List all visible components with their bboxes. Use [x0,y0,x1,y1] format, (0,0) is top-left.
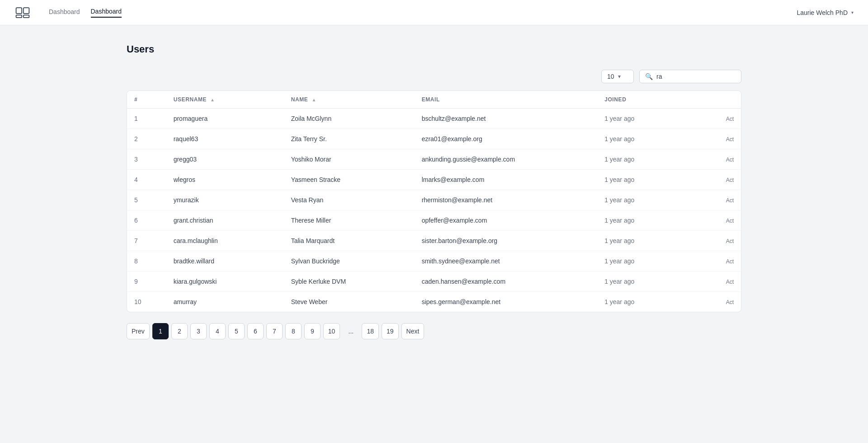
cell-joined: 1 year ago [597,170,689,190]
cell-username: grant.christian [166,210,284,231]
per-page-value: 10 [607,73,614,80]
table-row: 7 cara.mclaughlin Talia Marquardt sister… [127,231,741,251]
col-header-email: EMAIL [415,91,598,109]
cell-username: raquel63 [166,129,284,149]
header: Dashboard Dashboard Laurie Welch PhD ▾ [0,0,868,25]
cell-username: ymurazik [166,190,284,210]
cell-num: 10 [127,292,166,312]
table-row: 3 gregg03 Yoshiko Morar ankunding.gussie… [127,149,741,170]
cell-num: 2 [127,129,166,149]
cell-name: Talia Marquardt [284,231,415,251]
nav-dashboard-active[interactable]: Dashboard [91,8,122,18]
page-button-10[interactable]: 10 [323,323,340,339]
cell-username: cara.mclaughlin [166,231,284,251]
cell-num: 7 [127,231,166,251]
cell-action: Act [689,272,741,292]
table-row: 8 bradtke.willard Sylvan Buckridge smith… [127,251,741,272]
search-input[interactable] [656,73,736,80]
cell-username: bradtke.willard [166,251,284,272]
table-row: 4 wlegros Yasmeen Stracke lmarks@example… [127,170,741,190]
table-row: 9 kiara.gulgowski Syble Kerluke DVM cade… [127,272,741,292]
page-button-19[interactable]: 19 [382,323,399,339]
col-header-joined: JOINED [597,91,689,109]
search-icon: 🔍 [645,73,653,80]
cell-joined: 1 year ago [597,210,689,231]
act-badge[interactable]: Act [726,238,734,244]
per-page-select[interactable]: 10 ▾ [601,70,634,83]
cell-email: caden.hansen@example.com [415,272,598,292]
act-badge[interactable]: Act [726,279,734,285]
controls-row: 10 ▾ 🔍 [127,70,741,83]
svg-rect-0 [16,8,22,14]
cell-email: lmarks@example.com [415,170,598,190]
act-badge[interactable]: Act [726,258,734,265]
prev-button[interactable]: Prev [127,323,150,339]
cell-action: Act [689,129,741,149]
cell-username: wlegros [166,170,284,190]
col-header-username[interactable]: USERNAME ▲ [166,91,284,109]
act-badge[interactable]: Act [726,136,734,143]
cell-joined: 1 year ago [597,109,689,129]
act-badge[interactable]: Act [726,299,734,305]
per-page-chevron-icon: ▾ [618,73,621,80]
user-name: Laurie Welch PhD [797,9,848,16]
cell-name: Therese Miller [284,210,415,231]
page-button-18[interactable]: 18 [362,323,379,339]
table-body: 1 promaguera Zoila McGlynn bschultz@exam… [127,109,741,312]
users-table: # USERNAME ▲ NAME ▲ EMAIL JOINED 1 proma… [127,91,741,312]
act-badge[interactable]: Act [726,116,734,122]
col-header-action [689,91,741,109]
page-button-7[interactable]: 7 [266,323,283,339]
cell-joined: 1 year ago [597,149,689,170]
cell-joined: 1 year ago [597,231,689,251]
page-button-3[interactable]: 3 [190,323,207,339]
page-button-5[interactable]: 5 [228,323,245,339]
cell-num: 9 [127,272,166,292]
table-row: 2 raquel63 Zita Terry Sr. ezra01@example… [127,129,741,149]
username-sort-icon: ▲ [210,97,215,102]
col-header-name[interactable]: NAME ▲ [284,91,415,109]
cell-action: Act [689,109,741,129]
page-title: Users [127,43,741,55]
nav-dashboard[interactable]: Dashboard [49,8,80,17]
page-button-1[interactable]: 1 [152,323,169,339]
cell-name: Steve Weber [284,292,415,312]
cell-username: promaguera [166,109,284,129]
table-header-row: # USERNAME ▲ NAME ▲ EMAIL JOINED [127,91,741,109]
cell-name: Vesta Ryan [284,190,415,210]
page-content: Users 10 ▾ 🔍 # USERNAME ▲ NAME ▲ [0,25,868,357]
cell-email: rhermiston@example.net [415,190,598,210]
page-button-9[interactable]: 9 [304,323,321,339]
nav: Dashboard Dashboard [49,8,122,18]
page-button-4[interactable]: 4 [209,323,226,339]
cell-num: 5 [127,190,166,210]
act-badge[interactable]: Act [726,177,734,183]
user-menu[interactable]: Laurie Welch PhD ▾ [797,9,854,16]
cell-num: 1 [127,109,166,129]
cell-name: Zita Terry Sr. [284,129,415,149]
cell-name: Syble Kerluke DVM [284,272,415,292]
cell-username: amurray [166,292,284,312]
table-row: 5 ymurazik Vesta Ryan rhermiston@example… [127,190,741,210]
user-chevron: ▾ [851,10,854,15]
table-row: 10 amurray Steve Weber sipes.german@exam… [127,292,741,312]
next-button[interactable]: Next [401,323,425,339]
act-badge[interactable]: Act [726,197,734,204]
name-sort-icon: ▲ [311,97,316,102]
page-button-2[interactable]: 2 [171,323,188,339]
act-badge[interactable]: Act [726,157,734,163]
cell-action: Act [689,170,741,190]
search-wrapper: 🔍 [639,70,741,83]
cell-joined: 1 year ago [597,251,689,272]
cell-action: Act [689,210,741,231]
cell-name: Zoila McGlynn [284,109,415,129]
cell-joined: 1 year ago [597,190,689,210]
page-button-8[interactable]: 8 [285,323,302,339]
app-logo [14,5,31,21]
col-header-num: # [127,91,166,109]
cell-email: opfeffer@example.com [415,210,598,231]
table-row: 1 promaguera Zoila McGlynn bschultz@exam… [127,109,741,129]
cell-joined: 1 year ago [597,292,689,312]
page-button-6[interactable]: 6 [247,323,264,339]
act-badge[interactable]: Act [726,218,734,224]
